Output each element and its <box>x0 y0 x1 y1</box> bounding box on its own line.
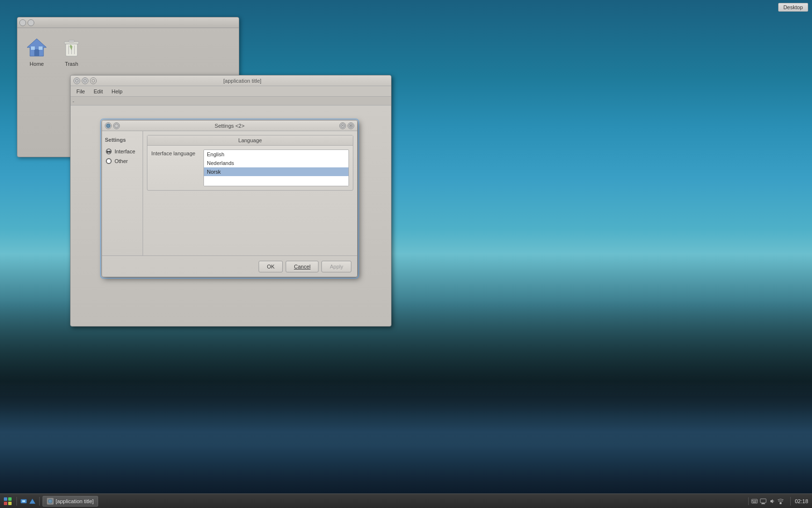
desktop-button[interactable]: Desktop <box>778 3 808 12</box>
taskbar-volume-icon[interactable] <box>768 497 776 505</box>
taskbar-start-button[interactable] <box>2 495 14 507</box>
trash-icon-image <box>60 36 83 59</box>
dialog-icon-btn[interactable] <box>105 122 112 129</box>
taskbar-app-label: [application title] <box>56 498 94 504</box>
svg-point-13 <box>106 124 110 128</box>
app-menubar: File Edit Help <box>71 86 391 97</box>
svg-rect-2 <box>31 46 35 50</box>
taskbar-sep-1 <box>16 497 17 506</box>
app-titlebar: [application title] <box>71 75 391 86</box>
app-window-controls <box>73 77 97 84</box>
svg-rect-24 <box>22 500 25 502</box>
interface-language-label: Interface language <box>151 149 200 156</box>
quick-launch-icon-1[interactable] <box>20 497 28 505</box>
svg-rect-34 <box>762 503 765 504</box>
svg-rect-32 <box>753 502 756 503</box>
language-list-empty-row <box>204 176 348 186</box>
svg-rect-29 <box>754 500 754 501</box>
app-close-button[interactable] <box>73 77 80 84</box>
svg-rect-3 <box>39 46 43 50</box>
desktop-area: Desktop <box>0 0 812 493</box>
window-close-button[interactable] <box>19 19 26 26</box>
svg-rect-1 <box>34 49 39 56</box>
svg-rect-28 <box>752 500 753 501</box>
taskbar-sep-3 <box>790 497 791 506</box>
svg-rect-35 <box>761 504 765 504</box>
settings-sidebar-header: Settings <box>102 135 143 145</box>
taskbar-app-btn[interactable]: [application title] <box>43 496 98 507</box>
svg-rect-37 <box>780 502 782 504</box>
settings-tab-other-label: Other <box>115 158 128 164</box>
ok-button[interactable]: OK <box>259 261 283 272</box>
trash-icon-label: Trash <box>65 61 78 67</box>
quick-launch <box>18 497 38 505</box>
language-item-nederlands[interactable]: Nederlands <box>204 159 348 167</box>
language-row: Interface language English Nederlands No… <box>151 149 349 186</box>
radio-interface[interactable] <box>106 149 112 154</box>
menu-help[interactable]: Help <box>108 88 127 95</box>
menu-file[interactable]: File <box>72 88 89 95</box>
cancel-button[interactable]: Cancel <box>286 261 319 272</box>
app-toolbar: - <box>71 97 391 105</box>
svg-rect-38 <box>778 501 783 501</box>
dialog-close-btn[interactable] <box>348 122 354 129</box>
dialog-footer: OK Cancel Apply <box>102 255 357 277</box>
svg-rect-21 <box>4 502 7 505</box>
taskbar-apps: [application title] <box>43 496 748 507</box>
file-manager-titlebar <box>17 17 239 28</box>
taskbar-network-icon[interactable] <box>777 497 784 505</box>
dialog-body: Settings Interface Other Language <box>102 131 357 255</box>
dialog-window-controls <box>105 122 120 129</box>
window-controls <box>19 19 34 26</box>
desktop: Desktop <box>0 0 812 508</box>
window-minimize-button[interactable] <box>28 19 34 26</box>
taskbar-time: 02:18 <box>795 498 808 504</box>
settings-section-language: Language Interface language English Nede… <box>147 135 353 191</box>
dialog-roll-btn[interactable] <box>339 122 346 129</box>
file-manager-content: Home <box>17 28 239 75</box>
svg-point-12 <box>92 79 95 82</box>
radio-other[interactable] <box>106 158 112 164</box>
svg-point-26 <box>48 499 52 503</box>
language-item-english[interactable]: English <box>204 150 348 159</box>
dialog-titlebar: Settings <2> <box>102 120 357 131</box>
settings-tab-other[interactable]: Other <box>102 156 143 166</box>
quick-launch-icon-2[interactable] <box>29 497 36 505</box>
app-minimize-button[interactable] <box>82 77 88 84</box>
toolbar-text: - <box>72 98 74 104</box>
svg-point-10 <box>75 79 78 82</box>
dialog-min-btn[interactable] <box>113 122 120 129</box>
taskbar-sep-2 <box>39 497 40 506</box>
taskbar-display-icon[interactable] <box>759 497 767 505</box>
language-list[interactable]: English Nederlands Norsk <box>203 149 349 186</box>
trash-desktop-icon[interactable]: Trash <box>60 36 83 67</box>
apply-button[interactable]: Apply <box>321 261 351 272</box>
svg-marker-36 <box>770 499 773 503</box>
app-maximize-button[interactable] <box>90 77 97 84</box>
settings-tab-interface-label: Interface <box>115 149 135 154</box>
taskbar-keyboard-icon[interactable] <box>751 497 758 505</box>
svg-rect-33 <box>760 499 766 503</box>
home-icon-image <box>25 36 48 59</box>
menu-edit[interactable]: Edit <box>90 88 107 95</box>
taskbar: [application title] <box>0 493 812 508</box>
home-desktop-icon[interactable]: Home <box>25 36 48 67</box>
settings-sidebar: Settings Interface Other <box>102 131 143 255</box>
svg-point-15 <box>341 124 345 128</box>
settings-tab-interface[interactable]: Interface <box>102 147 143 156</box>
language-item-norsk[interactable]: Norsk <box>204 167 348 176</box>
svg-point-14 <box>115 124 118 128</box>
svg-rect-19 <box>4 497 7 501</box>
taskbar-app-icon <box>47 498 54 505</box>
svg-rect-6 <box>69 40 74 42</box>
svg-rect-31 <box>756 500 757 501</box>
svg-rect-30 <box>755 500 756 501</box>
svg-marker-25 <box>29 499 35 504</box>
settings-section-body: Interface language English Nederlands No… <box>147 146 353 190</box>
home-icon-label: Home <box>29 61 44 67</box>
settings-section-title: Language <box>147 135 353 146</box>
svg-rect-22 <box>8 502 12 505</box>
taskbar-right: 02:18 <box>748 497 812 506</box>
dialog-title: Settings <2> <box>120 123 339 129</box>
app-title: [application title] <box>97 78 388 84</box>
